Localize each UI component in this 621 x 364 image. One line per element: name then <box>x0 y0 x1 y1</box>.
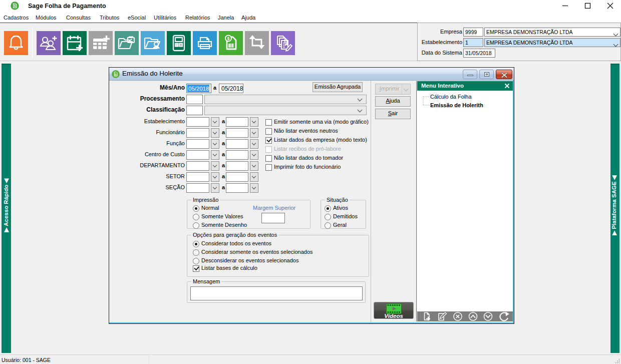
svg-text:$: $ <box>227 36 229 41</box>
svg-text:S: S <box>14 4 16 8</box>
svg-text:S: S <box>115 73 117 76</box>
